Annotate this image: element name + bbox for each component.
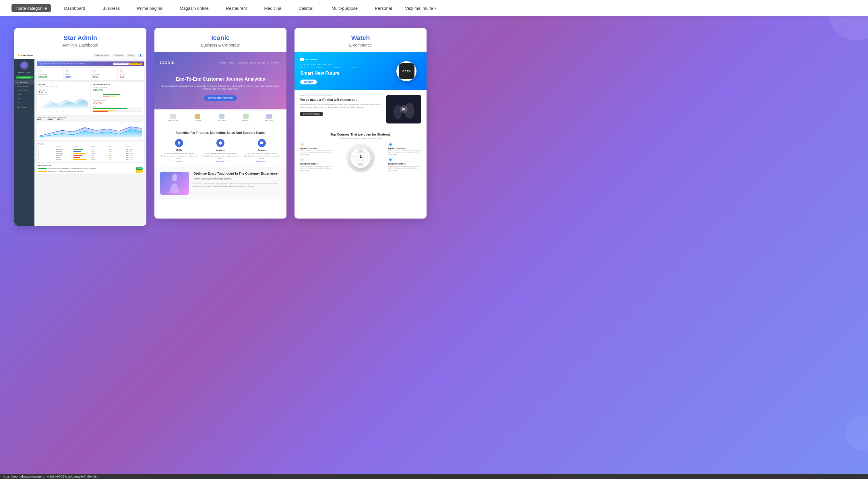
nav-item-restaurant[interactable]: Restaurant (222, 4, 251, 12)
week-fri: Fri (76, 111, 78, 113)
course-3-desc: Lorem ipsum dolor sit amet, consectetur … (389, 150, 421, 156)
nav-item-multipurpose[interactable]: Multi-purpose (328, 4, 362, 12)
feature-analyze-link[interactable]: Learn more → (202, 161, 239, 162)
deco-circle-2 (845, 416, 868, 450)
sales-progress-track-3 (93, 111, 143, 112)
td-num-5: 5 (38, 157, 55, 158)
watch-video-thumbnail[interactable] (386, 95, 421, 123)
projects-value: 3455 (65, 76, 89, 79)
td-date-4: May 15, 2015 (126, 155, 143, 156)
nav-item-prima[interactable]: Prima pagină (133, 4, 166, 12)
watch-text-col: SMART APP TO BLOW YOUR MIND We've made a… (300, 95, 382, 123)
td-sales-1: 22,321 (108, 149, 125, 150)
watch-subtitle: E-commerce (300, 43, 421, 48)
watch-course-col-left: ⚡ High Performance Lorem ipsum dolor sit… (300, 143, 333, 173)
svg-rect-2 (103, 96, 109, 96)
active-session: Active session #8673 (57, 117, 66, 120)
star-admin-card[interactable]: Star Admin Admin & Dashboard ★ staradmin… (14, 28, 146, 226)
td-amount-2: $246.35 (91, 151, 107, 152)
course-4-desc: Lorem ipsum dolor sit amet, consectetur … (389, 166, 421, 171)
sales-label: Sales (93, 106, 143, 108)
watch-section-title: We've made a life that will change you (300, 98, 382, 102)
preview-sidebar-pages: User Pages ▸ (14, 105, 34, 109)
preview-performance-card: Performance History The best performance… (91, 82, 144, 115)
watch-courses-sub: Who are commonly lost with pain and thei… (300, 137, 421, 139)
course-1-desc: Lorem ipsum dolor sit amet, consectetur … (300, 150, 333, 156)
watch-course-4: 🔷 High Performance Lorem ipsum dolor sit… (389, 158, 421, 171)
week-wed: Wed (63, 111, 65, 113)
watch-circle: 07:29 (396, 61, 416, 81)
td-num-2: 2 (38, 151, 55, 152)
td-sales-3: 20,741 (108, 153, 125, 154)
nav-item-business[interactable]: Business (98, 4, 124, 12)
ticket-row-2: Shirley [#3416] Curabitur non nulla sit … (38, 170, 143, 173)
sales-progress-track-2 (93, 110, 143, 111)
ticket-resolve-btn: Resolve (136, 168, 143, 170)
td-amount-1: $7,736 (91, 149, 107, 150)
moritalia-label: Moritalia (265, 119, 273, 121)
td-name-3: John Bonivito (56, 153, 72, 154)
geobird-label: geobird (242, 119, 249, 121)
nav-item-calatorii[interactable]: Călatorii (294, 4, 318, 12)
ticket-text-1: James [#5145] Lorem ipsum dolor sit amet… (48, 168, 135, 170)
preview-new-project-btn: + New Project (16, 76, 33, 79)
watch-courses-section: Top Courses That are open for Students W… (294, 128, 427, 178)
td-num-4: 4 (38, 155, 55, 156)
watch-nav-home: HOME (300, 67, 305, 69)
preview-upgrade-btn: Upgrade To Pro (129, 63, 142, 65)
preview-main-area: Hey! What you said Check out our premium… (34, 59, 146, 226)
course-4-title: High Performance (389, 163, 421, 165)
nav-item-all[interactable]: Toate categoriile (11, 4, 51, 12)
watch-brand-name: SmartWatch (305, 58, 318, 61)
preview-logo-text: staradmin (20, 54, 33, 57)
performance-title: Performance History (93, 84, 143, 85)
week-tue: Tue (56, 111, 58, 113)
iconic-cta-inner: Optimize Every Touchpoint In The Custome… (160, 172, 281, 195)
employees-icon (92, 69, 96, 73)
td-sales-4: 53,620 (108, 155, 125, 156)
manage-tickets-card: Manage Tickets James [#5145] Lorem ipsum… (37, 163, 144, 174)
nav-item-personal[interactable]: Personal (371, 4, 396, 12)
td-amount-6: $10,000 (91, 159, 107, 160)
svg-rect-21 (358, 163, 363, 166)
td-progress-5 (73, 157, 90, 158)
watch-get-started-btn[interactable]: GET STARTED NOW (300, 112, 322, 116)
td-amount-3: $350.00 (91, 153, 107, 154)
iconic-nav-blog: BLOG (250, 62, 256, 64)
preview-teams-btn: Teams (126, 54, 136, 57)
watch-second-section: SMART APP TO BLOW YOUR MIND We've made a… (294, 90, 427, 128)
watch-card[interactable]: Watch E-commerce SmartWatch NOW YOU CAN … (294, 28, 427, 218)
iconic-preview: ICONIC HOME ABOUT SERVICES BLOG ELEMENTS… (154, 52, 286, 218)
preview-stat-vendors: Vendors 246 (118, 68, 144, 80)
watch-product-center (336, 143, 385, 173)
watch-section-desc: We are here to listen from you deliver a… (300, 103, 382, 108)
orders-title: Orders (38, 143, 143, 145)
iconic-nav-links: HOME ABOUT SERVICES BLOG ELEMENTS CONTAC… (220, 62, 281, 64)
th-sales: Sales (108, 146, 125, 147)
nav-item-dashboard[interactable]: Dashboard (60, 4, 89, 12)
sales-progress-track (93, 108, 143, 109)
td-amount-4: $7,718 (91, 155, 107, 156)
watch-hero-btn[interactable]: BUY NOW (300, 80, 317, 84)
iconic-feature-unify: Unify It is a long established fact that… (160, 139, 198, 162)
feature-engage-link[interactable]: Learn more → (243, 161, 281, 162)
iconic-hero-cta[interactable]: GET STARTED FOR FREE (204, 95, 237, 101)
nav-item-medicina[interactable]: Medicină (260, 4, 285, 12)
preview-dismiss-btn: Dismiss Free Version (113, 63, 129, 65)
projects-icon (65, 69, 69, 73)
feature-unify-link[interactable]: Learn more → (160, 161, 198, 162)
best-perf-label: The best performance (93, 86, 143, 88)
iconic-partner-tanney: Tanney (194, 114, 201, 121)
preview-sidebar-dashboard: Dashboard (14, 81, 34, 84)
preview-nav-items: Schedule, New ☰ Reports Teams 👤 (93, 54, 144, 57)
nav-more-button[interactable]: Vezi mai multe ▾ (405, 6, 436, 11)
sales-progress-fill (93, 108, 127, 109)
preview-area-chart (37, 122, 144, 140)
td-date-6: June 15, 2015 (126, 159, 143, 160)
iconic-cta-title: Optimize Every Touchpoint In The Custome… (193, 172, 281, 175)
watch-courses-title: Top Courses That are open for Students (300, 133, 421, 136)
iconic-features-grid: Unify It is a long established fact that… (160, 139, 281, 162)
nav-item-magazin[interactable]: Magazin online (176, 4, 213, 12)
watch-product-svg (351, 148, 370, 167)
iconic-card[interactable]: Iconic Business & Corporate (154, 28, 286, 218)
